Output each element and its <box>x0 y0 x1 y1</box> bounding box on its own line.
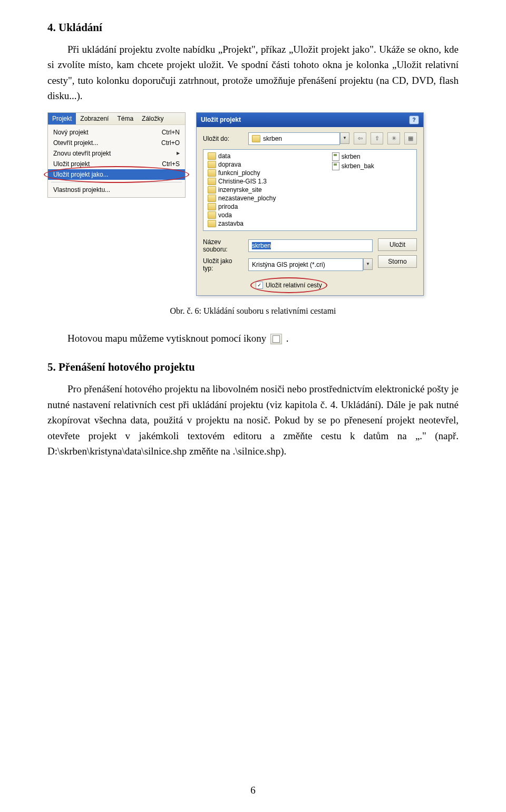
checkbox-label: Uložit relativní cesty <box>266 282 322 289</box>
menu-item-new[interactable]: Nový projekt Ctrl+N <box>48 127 185 138</box>
list-item-label: priroda <box>218 203 238 210</box>
view-icon[interactable]: ▦ <box>404 132 417 144</box>
menu-item-open[interactable]: Otevřít projekt... Ctrl+O <box>48 138 185 148</box>
cancel-button[interactable]: Storno <box>378 255 417 268</box>
list-item-label: nezastavene_plochy <box>218 195 276 202</box>
folder-icon <box>208 178 216 185</box>
checkbox-icon: ✓ <box>256 282 263 289</box>
app-menu-screenshot: Projekt Zobrazení Téma Záložky Nový proj… <box>47 112 186 198</box>
list-item-label: Christine-GIS 1.3 <box>218 178 267 185</box>
paragraph-1: Při ukládání projektu zvolte nabídku „Pr… <box>47 42 459 104</box>
folder-icon <box>208 169 216 177</box>
text: . <box>286 333 289 344</box>
savein-label: Uložit do: <box>203 135 244 142</box>
filetype-label: Uložit jako typ: <box>203 257 244 272</box>
list-item[interactable]: voda <box>207 211 315 219</box>
paragraph-3: Pro přenášení hotového projektu na libov… <box>47 381 459 459</box>
relative-paths-checkbox[interactable]: ✓ Uložit relativní cesty <box>256 282 322 289</box>
filename-input[interactable]: skrben <box>248 239 373 252</box>
menu-label: Nový projekt <box>53 129 89 136</box>
new-folder-icon[interactable]: ✳ <box>387 132 400 144</box>
save-button[interactable]: Uložit <box>378 238 417 251</box>
list-item[interactable]: nezastavene_plochy <box>207 194 315 202</box>
figure-row: Projekt Zobrazení Téma Záložky Nový proj… <box>47 112 459 296</box>
list-item-label: zastavba <box>218 220 244 227</box>
dropdown-icon[interactable]: ▼ <box>363 258 373 270</box>
filename-label: Název souboru: <box>203 238 244 253</box>
menu-bar-item-zobrazeni[interactable]: Zobrazení <box>76 113 113 124</box>
back-icon[interactable]: ⇦ <box>354 132 366 144</box>
help-icon[interactable]: ? <box>409 115 419 124</box>
menu-bar-item-zalozky[interactable]: Záložky <box>138 113 168 124</box>
folder-icon <box>208 203 216 210</box>
list-item-label: data <box>218 152 230 160</box>
dialog-titlebar: Uložit projekt ? <box>197 113 423 127</box>
list-item-label: funkcni_plochy <box>218 169 260 177</box>
dialog-title: Uložit projekt <box>201 116 241 123</box>
document-icon <box>332 162 339 170</box>
list-item[interactable]: doprava <box>207 160 315 169</box>
filetype-row: Uložit jako typ: Kristýna GIS projekt (*… <box>203 257 373 272</box>
filename-row: Název souboru: skrben <box>203 238 373 253</box>
figure-caption: Obr. č. 6: Ukládání souboru s relativním… <box>47 306 459 316</box>
menu-bar-item-tema[interactable]: Téma <box>113 113 138 124</box>
menu-bar-item-projekt[interactable]: Projekt <box>48 113 76 124</box>
list-item-label: skrben <box>342 153 361 160</box>
folder-icon <box>208 186 216 194</box>
menu-item-reopen[interactable]: Znovu otevřít projekt <box>48 148 185 159</box>
folder-icon <box>208 161 216 168</box>
section-heading-5: 5. Přenášení hotového projektu <box>47 361 459 374</box>
menu-separator <box>51 182 182 182</box>
list-item[interactable]: skrben <box>331 152 413 161</box>
list-item-label: inzenyrske_site <box>218 186 262 194</box>
list-item[interactable]: skrben_bak <box>331 161 413 171</box>
folder-icon <box>208 220 216 227</box>
menu-label: Uložit projekt <box>53 160 90 168</box>
menu-label: Znovu otevřít projekt <box>53 150 111 157</box>
list-item[interactable]: priroda <box>207 202 315 211</box>
list-item-label: skrben_bak <box>342 162 374 170</box>
list-item-label: voda <box>218 211 232 219</box>
list-item[interactable]: data <box>207 152 315 160</box>
menu-shortcut: Ctrl+S <box>162 160 180 168</box>
menu-item-properties[interactable]: Vlastnosti projektu... <box>48 185 185 195</box>
menu-shortcut: Ctrl+O <box>161 139 180 147</box>
menu-label: Vlastnosti projektu... <box>53 186 110 194</box>
list-item[interactable]: zastavba <box>207 219 315 228</box>
menu-bar: Projekt Zobrazení Téma Záložky <box>48 113 185 125</box>
filename-value: skrben <box>252 242 271 249</box>
file-list[interactable]: data doprava funkcni_plochy Christine-GI… <box>203 149 417 231</box>
save-dialog: Uložit projekt ? Uložit do: skrben ▼ ⇦ ⇧ <box>196 112 424 296</box>
menu-label: Otevřít projekt... <box>53 139 98 147</box>
list-item[interactable]: funkcni_plochy <box>207 169 315 177</box>
menu-dropdown: Nový projekt Ctrl+N Otevřít projekt... C… <box>48 125 185 197</box>
list-item[interactable]: inzenyrske_site <box>207 186 315 194</box>
paragraph-2: Hotovou mapu můžeme vytisknout pomocí ik… <box>47 331 459 346</box>
page-number: 6 <box>0 785 506 796</box>
up-icon[interactable]: ⇧ <box>371 132 383 144</box>
dropdown-icon[interactable]: ▼ <box>340 132 349 144</box>
folder-icon <box>208 211 216 219</box>
folder-icon <box>252 135 260 142</box>
menu-label: Uložit projekt jako... <box>53 171 109 178</box>
print-icon <box>270 334 282 344</box>
text: Hotovou mapu můžeme vytisknout pomocí ik… <box>67 333 269 344</box>
menu-shortcut: Ctrl+N <box>162 129 180 136</box>
filetype-select[interactable]: Kristýna GIS projekt (*.cri) <box>248 258 363 271</box>
section-heading-4: 4. Ukládání <box>47 21 459 34</box>
savein-row: Uložit do: skrben ▼ ⇦ ⇧ ✳ ▦ <box>203 132 417 145</box>
folder-icon <box>208 152 216 160</box>
list-item-label: doprava <box>218 161 241 168</box>
savein-select[interactable]: skrben <box>248 132 340 145</box>
document-icon <box>332 152 339 161</box>
list-item[interactable]: Christine-GIS 1.3 <box>207 177 315 186</box>
folder-icon <box>208 195 216 202</box>
filetype-value: Kristýna GIS projekt (*.cri) <box>252 261 325 268</box>
menu-item-save[interactable]: Uložit projekt Ctrl+S <box>48 159 185 169</box>
savein-value: skrben <box>263 135 282 142</box>
menu-item-save-as[interactable]: Uložit projekt jako... <box>48 169 185 180</box>
